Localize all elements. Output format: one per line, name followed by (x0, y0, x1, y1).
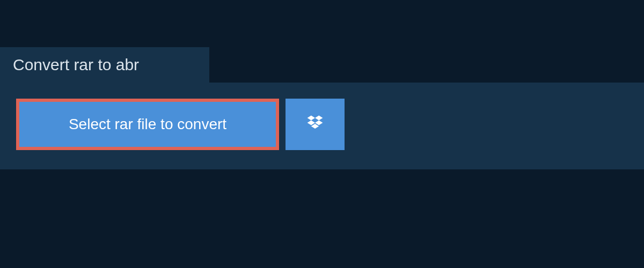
dropbox-icon (305, 114, 325, 135)
select-file-label: Select rar file to convert (69, 116, 226, 133)
select-file-button[interactable]: Select rar file to convert (16, 99, 279, 150)
tab-title: Convert rar to abr (13, 56, 139, 73)
tab-convert[interactable]: Convert rar to abr (0, 47, 209, 83)
tab-bar: Convert rar to abr (0, 0, 644, 83)
content-panel: Select rar file to convert (0, 83, 644, 169)
dropbox-button[interactable] (286, 99, 345, 150)
